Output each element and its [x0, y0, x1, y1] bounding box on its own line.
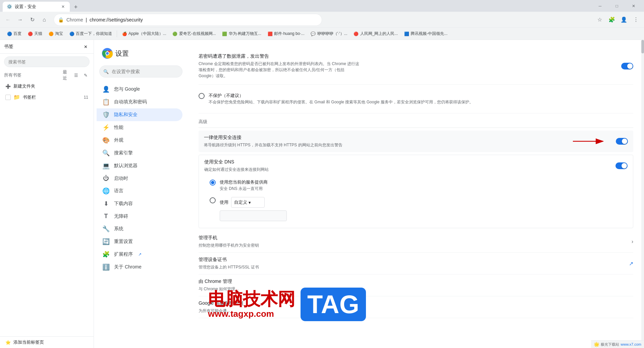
nav-item-accessibility[interactable]: T 无障碍	[97, 210, 182, 222]
setting-google-advanced: Google 高级保护计划 为所有可能会遭...	[199, 296, 633, 318]
bookmark-apple[interactable]: 🍎 Apple（中国大陆）...	[119, 30, 169, 38]
dns-current-provider-radio[interactable]: 使用您当前的服务提供商 安全 DNS 永远一直可用	[210, 177, 622, 194]
nav-item-google[interactable]: 👤 您与 Google	[97, 83, 182, 96]
bottom-bar-label: 极光下载站	[601, 342, 619, 347]
password-warning-title: 若密码遭遇了数据泄露，发出警告	[199, 53, 360, 59]
add-folder-label: 新建文件夹	[13, 83, 35, 89]
bookmark-iqiyi[interactable]: 🟢 爱奇艺-在线视频网...	[170, 30, 219, 38]
nav-item-autofill[interactable]: 📋 自动填充和密码	[97, 96, 182, 108]
nav-item-about[interactable]: ℹ️ 关于 Chrome	[97, 261, 182, 274]
nav-item-language[interactable]: 🌐 语言	[97, 185, 182, 197]
refresh-button[interactable]: ↻	[27, 14, 38, 25]
sidebar-folder-checkbox-icon	[5, 95, 11, 100]
bookmark-button[interactable]: ☆	[594, 14, 605, 25]
no-protection-radio[interactable]: 不保护（不建议） 不会保护您免受危险网站、下载内容和扩展程序的侵害。在 Gmai…	[199, 90, 633, 108]
forward-button[interactable]: →	[15, 14, 25, 25]
setting-item-header: 一律使用安全连接 将导航路径升级到 HTTPS，并在加载不支持 HTTPS 的网…	[204, 135, 628, 148]
maximize-button[interactable]: □	[609, 0, 625, 12]
address-url: chrome://settings/security	[90, 17, 143, 22]
dns-current-radio-circle	[210, 180, 216, 186]
nav-item-appearance[interactable]: 🎨 外观	[97, 134, 182, 147]
bookmark-huawei[interactable]: 🟩 华为·构建万物互...	[219, 30, 264, 38]
sidebar-folder-bookmarks-bar[interactable]: 📁 书签栏 11	[0, 92, 94, 102]
bookmark-favicon: 🟠	[48, 32, 54, 36]
bookmark-baidu-search[interactable]: 🔵 百度一下，你就知道	[66, 30, 115, 38]
nav-item-reset[interactable]: 🔄 重置设置	[97, 235, 182, 248]
bookmark-label: 邮件·huang bo·...	[274, 31, 305, 37]
nav-item-performance[interactable]: ⚡ 性能	[97, 121, 182, 134]
bookmark-taobao[interactable]: 🟠 淘宝	[46, 30, 66, 38]
app-body: 书签 ✕ 所有书签 最近 ☰ ✎ ➕ 新建文件夹 📁 书签栏 11 ⭐ 添加当前…	[0, 40, 644, 348]
bookmark-baidu[interactable]: 🔵 百度	[4, 30, 24, 38]
always-https-toggle[interactable]	[616, 138, 628, 145]
bookmark-label: 腾讯视频-中国领先...	[411, 31, 447, 37]
tab-close-button[interactable]: ✕	[60, 4, 66, 9]
sidebar-edit-button[interactable]: ✎	[82, 71, 90, 79]
new-tab-button[interactable]: +	[71, 2, 80, 12]
sidebar-filter-actions: 最近 ☰ ✎	[63, 71, 90, 79]
sidebar-add-folder-button[interactable]: ➕ 新建文件夹	[0, 81, 94, 92]
scrollbar-thumb[interactable]	[641, 40, 644, 53]
bookmark-label: 爱奇艺-在线视频网...	[179, 31, 216, 37]
manage-phone-chevron[interactable]: ›	[632, 239, 633, 245]
nav-downloads-label: 下载内容	[114, 201, 133, 207]
safe-dns-toggle[interactable]	[615, 162, 628, 169]
annotation-arrow	[573, 136, 613, 146]
nav-startup-label: 启动时	[114, 176, 128, 182]
nav-item-startup[interactable]: ⏻ 启动时	[97, 172, 182, 185]
active-tab[interactable]: ⚙️ 设置 - 安全 ✕	[3, 2, 70, 12]
nav-item-system[interactable]: 🔧 系统	[97, 222, 182, 235]
nav-appearance-label: 外观	[114, 137, 123, 143]
settings-title: 设置	[115, 49, 129, 58]
nav-item-default-browser[interactable]: 💻 默认浏览器	[97, 159, 182, 172]
address-bar[interactable]: 🔒 Chrome | chrome://settings/security	[54, 14, 322, 26]
settings-search-input[interactable]	[99, 65, 182, 78]
dns-custom-radio[interactable]: 使用 自定义 ▾	[210, 194, 622, 224]
nav-language-icon: 🌐	[102, 187, 110, 195]
profile-button[interactable]: 👤	[619, 14, 629, 25]
nav-reset-label: 重置设置	[114, 239, 133, 245]
close-button[interactable]: ✕	[626, 0, 641, 12]
home-button[interactable]: ⌂	[39, 14, 50, 25]
settings-nav: 设置 🔍 👤 您与 Google 📋 自动填充和密码 🛡️ 隐私和安全	[94, 40, 188, 348]
nav-autofill-label: 自动填充和密码	[114, 99, 147, 105]
sidebar-search-input[interactable]	[4, 56, 90, 67]
bookmark-favicon: 🔴	[354, 32, 359, 36]
chrome-managed-title: 由 Chrome 管理	[199, 279, 238, 285]
bookmark-tianmao[interactable]: 🔴 天猫	[25, 30, 45, 38]
bookmark-renmin[interactable]: 🔴 人民网_网上的人民...	[351, 30, 401, 38]
password-warning-toggle[interactable]	[621, 63, 633, 69]
back-button[interactable]: ←	[3, 14, 13, 25]
nav-item-privacy[interactable]: 🛡️ 隐私和安全	[97, 108, 182, 121]
sidebar-search	[0, 54, 94, 70]
dns-custom-input[interactable]	[220, 210, 287, 221]
dns-current-label: 使用您当前的服务提供商	[220, 179, 268, 185]
bookmark-chat[interactable]: 💬 咿咿咿咿（'·'）...	[308, 30, 350, 38]
sidebar-list-view-button[interactable]: ☰	[72, 71, 80, 79]
nav-about-label: 关于 Chrome	[114, 264, 142, 270]
sidebar-close-button[interactable]: ✕	[82, 43, 90, 51]
nav-item-downloads[interactable]: ⬇ 下载内容	[97, 197, 182, 210]
bottom-bar-url: www.x7.com	[621, 342, 641, 346]
google-advanced-title: Google 高级保护计划	[199, 300, 243, 306]
manage-cert-external-icon[interactable]: ↗	[629, 260, 633, 267]
tab-title: 设置 - 安全	[15, 4, 58, 10]
bookmark-label: Apple（中国大陆）...	[128, 31, 166, 37]
always-https-title: 一律使用安全连接	[204, 135, 342, 141]
nav-appearance-icon: 🎨	[102, 137, 110, 144]
svg-point-3	[106, 52, 109, 55]
bookmark-mail[interactable]: 🟥 邮件·huang bo·...	[265, 30, 307, 38]
folder-icon: 📁	[13, 94, 20, 100]
minimize-button[interactable]: ─	[592, 0, 608, 12]
extensions-button[interactable]: 🧩	[606, 14, 617, 25]
nav-item-extensions[interactable]: 🧩 扩展程序 ↗	[97, 248, 182, 261]
sidebar-filter-date[interactable]: 最近	[63, 71, 71, 79]
sidebar-add-page-button[interactable]: ⭐ 添加当前标签页	[0, 336, 94, 348]
add-page-label: 添加当前标签页	[13, 339, 44, 345]
bookmark-tencent[interactable]: 🟦 腾讯视频-中国领先...	[401, 30, 450, 38]
menu-button[interactable]: ⋮	[631, 14, 641, 25]
nav-item-search[interactable]: 🔍 搜索引擎	[97, 147, 182, 159]
bookmark-label: 百度	[13, 31, 21, 37]
dns-custom-dropdown[interactable]: 自定义 ▾	[231, 197, 265, 208]
setting-item-text: Google 高级保护计划 为所有可能会遭...	[199, 300, 243, 314]
